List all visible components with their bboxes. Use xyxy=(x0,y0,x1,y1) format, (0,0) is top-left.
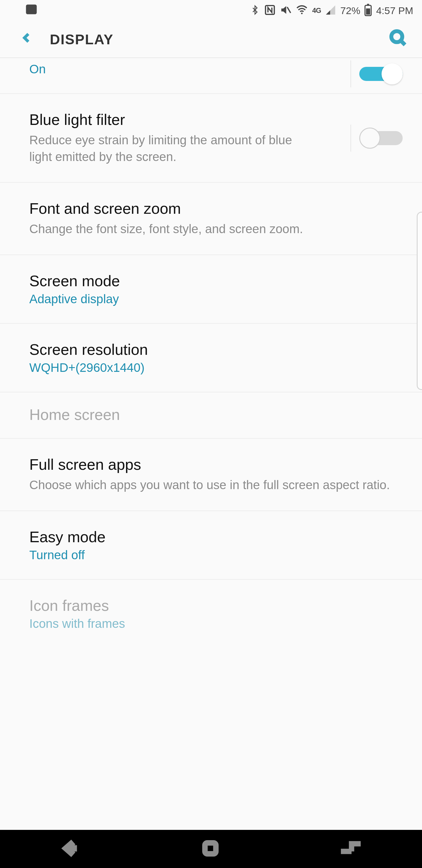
clock-time: 4:57 PM xyxy=(376,6,413,16)
header-divider xyxy=(0,58,422,58)
nfc-icon xyxy=(264,4,276,17)
battery-icon xyxy=(364,4,372,18)
font-zoom-desc: Change the font size, font style, and sc… xyxy=(29,221,393,238)
battery-percent: 72% xyxy=(340,6,360,16)
svg-rect-11 xyxy=(205,843,216,854)
row-resolution[interactable]: Screen resolution WQHD+(2960x1440) xyxy=(0,324,422,392)
resolution-value: WQHD+(2960x1440) xyxy=(29,361,393,375)
full-screen-apps-desc: Choose which apps you want to use in the… xyxy=(29,477,393,494)
auto-brightness-value: On xyxy=(29,62,393,76)
easy-mode-title: Easy mode xyxy=(29,528,393,546)
signal-icon xyxy=(325,4,336,17)
navigation-bar xyxy=(0,830,422,868)
row-easy-mode[interactable]: Easy mode Turned off xyxy=(0,511,422,580)
back-button[interactable] xyxy=(21,29,32,50)
blue-light-title: Blue light filter xyxy=(29,111,393,128)
nav-recents-button[interactable] xyxy=(339,840,362,858)
full-screen-apps-title: Full screen apps xyxy=(29,456,393,473)
bluetooth-icon xyxy=(250,3,260,18)
row-icon-frames[interactable]: Icon frames Icons with frames xyxy=(0,580,422,638)
svg-point-1 xyxy=(29,8,31,9)
svg-rect-7 xyxy=(366,8,370,14)
screen-mode-title: Screen mode xyxy=(29,272,393,290)
row-full-screen-apps[interactable]: Full screen apps Choose which apps you w… xyxy=(0,439,422,511)
icon-frames-value: Icons with frames xyxy=(29,617,393,631)
svg-point-8 xyxy=(391,31,402,42)
svg-line-3 xyxy=(287,7,291,13)
easy-mode-value: Turned off xyxy=(29,548,393,562)
row-blue-light-filter[interactable]: Blue light filter Reduce eye strain by l… xyxy=(0,94,422,183)
nav-back-button[interactable] xyxy=(60,837,82,860)
wifi-icon xyxy=(296,4,308,17)
home-screen-title: Home screen xyxy=(29,406,393,424)
settings-list: On Blue light filter Reduce eye strain b… xyxy=(0,62,422,638)
status-bar: 4G 72% 4:57 PM xyxy=(0,0,422,21)
page-title: DISPLAY xyxy=(50,31,114,48)
network-label: 4G xyxy=(312,7,321,14)
row-auto-brightness[interactable]: On xyxy=(0,62,422,94)
row-font-zoom[interactable]: Font and screen zoom Change the font siz… xyxy=(0,183,422,255)
font-zoom-title: Font and screen zoom xyxy=(29,200,393,217)
svg-point-4 xyxy=(301,12,303,14)
blue-light-toggle[interactable] xyxy=(359,128,403,149)
nav-home-button[interactable] xyxy=(201,839,220,859)
screen-mode-value: Adaptive display xyxy=(29,292,393,306)
svg-rect-6 xyxy=(367,4,369,5)
resolution-title: Screen resolution xyxy=(29,341,393,358)
picture-icon xyxy=(25,3,38,18)
row-home-screen[interactable]: Home screen xyxy=(0,392,422,439)
row-screen-mode[interactable]: Screen mode Adaptive display xyxy=(0,255,422,324)
auto-brightness-toggle[interactable] xyxy=(359,63,403,85)
svg-line-9 xyxy=(400,40,405,45)
search-button[interactable] xyxy=(389,28,407,51)
app-header: DISPLAY xyxy=(0,21,422,58)
icon-frames-title: Icon frames xyxy=(29,597,393,614)
blue-light-desc: Reduce eye strain by limiting the amount… xyxy=(29,132,299,165)
mute-icon xyxy=(280,4,292,17)
scrollbar-hint[interactable] xyxy=(417,212,422,390)
